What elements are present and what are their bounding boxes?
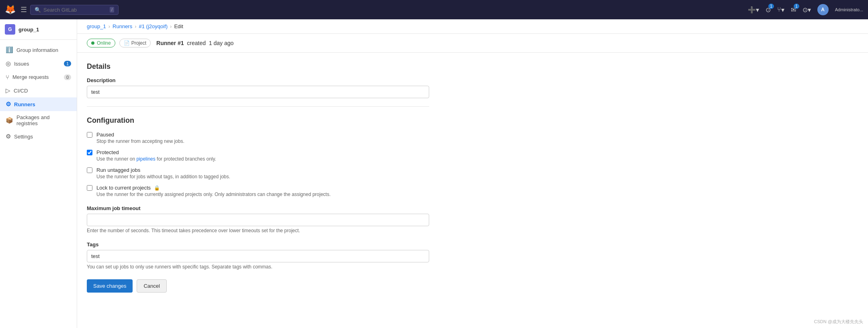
issues-icon: ◎	[6, 60, 11, 67]
issues-nav-button[interactable]: ⊙ 1	[766, 6, 771, 14]
sidebar-item-runners[interactable]: ⚙ Runners	[0, 97, 77, 111]
paused-label[interactable]: Paused	[96, 132, 114, 138]
settings-icon: ⚙	[6, 133, 11, 140]
search-bar[interactable]: 🔍 /	[30, 5, 119, 15]
section-divider	[87, 106, 429, 107]
details-section-title: Details	[87, 62, 429, 71]
sidebar-item-settings[interactable]: ⚙ Settings	[0, 130, 77, 143]
sidebar-item-group-information[interactable]: ℹ️ Group information	[0, 43, 77, 57]
breadcrumb-current: Edit	[174, 23, 183, 29]
cancel-button[interactable]: Cancel	[137, 279, 166, 293]
merge-requests-icon: ⑂	[6, 74, 9, 80]
run-untagged-description: Use the runner for jobs without tags, in…	[96, 174, 429, 179]
runner-type-label: Project	[131, 40, 146, 46]
sidebar: G group_1 ℹ️ Group information ◎ Issues …	[0, 19, 77, 328]
runner-status-bar: Online 📄 Project Runner #1 created 1 day…	[77, 34, 868, 53]
activity-dropdown-icon: ▾	[808, 6, 811, 14]
config-item-run-untagged: Run untagged jobs Use the runner for job…	[87, 167, 429, 179]
sidebar-item-cicd[interactable]: ▷ CI/CD	[0, 84, 77, 97]
sidebar-item-cicd-label: CI/CD	[14, 88, 28, 94]
runner-type-icon: 📄	[124, 40, 130, 46]
action-buttons: Save changes Cancel	[87, 279, 429, 293]
runner-edit-form: Details Description Configuration Paused	[77, 53, 439, 302]
sidebar-item-issues[interactable]: ◎ Issues 1	[0, 57, 77, 70]
config-item-paused-row: Paused	[87, 131, 429, 138]
description-label: Description	[87, 77, 429, 83]
main-content: group_1 › Runners › #1 (j2oyqoif) › Edit…	[77, 19, 868, 328]
create-icon: ➕	[748, 6, 756, 14]
online-status-dot	[91, 41, 94, 45]
configuration-section: Configuration Paused Stop the runner fro…	[87, 116, 429, 293]
breadcrumb-runner-id-link[interactable]: #1 (j2oyqoif)	[139, 23, 168, 29]
activity-nav-button[interactable]: ⊙ ▾	[802, 6, 811, 14]
breadcrumb-sep-3: ›	[170, 23, 172, 29]
config-item-run-untagged-row: Run untagged jobs	[87, 167, 429, 173]
max-timeout-input[interactable]	[87, 214, 429, 226]
sidebar-item-packages-and-registries[interactable]: 📦 Packages and registries	[0, 111, 77, 130]
details-section: Details Description	[87, 62, 429, 98]
save-changes-button[interactable]: Save changes	[87, 279, 133, 293]
create-button[interactable]: ➕ ▾	[748, 6, 759, 14]
runner-time-ago: 1 day ago	[209, 40, 234, 46]
avatar[interactable]: A	[817, 4, 829, 15]
merge-requests-dropdown-icon: ▾	[781, 6, 784, 14]
top-navigation: 🦊 ☰ 🔍 / ➕ ▾ ⊙ 1 ⑂ ▾ ✉ 1 ⊙ ▾ A Administra…	[0, 0, 868, 19]
config-item-paused: Paused Stop the runner from accepting ne…	[87, 131, 429, 144]
breadcrumb-runners-link[interactable]: Runners	[113, 23, 132, 29]
gitlab-logo-icon: 🦊	[5, 4, 16, 15]
max-timeout-label: Maximum job timeout	[87, 205, 429, 211]
max-timeout-hint: Enter the number of seconds. This timeou…	[87, 228, 429, 233]
breadcrumb-group-link[interactable]: group_1	[87, 23, 106, 29]
sidebar-item-group-information-label: Group information	[16, 47, 58, 53]
lock-projects-label[interactable]: Lock to current projects 🔒	[96, 185, 160, 191]
issues-badge: 1	[64, 61, 71, 66]
create-dropdown-icon: ▾	[756, 6, 759, 14]
tags-form-group: Tags You can set up jobs to only use run…	[87, 241, 429, 270]
search-icon: 🔍	[35, 7, 41, 13]
run-untagged-label[interactable]: Run untagged jobs	[96, 167, 140, 173]
sidebar-nav: ℹ️ Group information ◎ Issues 1 ⑂ Merge …	[0, 40, 77, 146]
lock-projects-description: Use the runner for the currently assigne…	[96, 192, 429, 197]
max-timeout-form-group: Maximum job timeout Enter the number of …	[87, 205, 429, 233]
group-information-icon: ℹ️	[6, 46, 13, 54]
runner-name-bold: Runner #1	[156, 40, 184, 46]
lock-projects-checkbox[interactable]	[87, 185, 92, 191]
nav-icons: ➕ ▾ ⊙ 1 ⑂ ▾ ✉ 1 ⊙ ▾ A Administrato...	[748, 4, 863, 15]
protected-checkbox[interactable]	[87, 150, 92, 155]
configuration-section-title: Configuration	[87, 116, 429, 125]
sidebar-group-header: G group_1	[0, 19, 77, 40]
runner-type-badge: 📄 Project	[119, 39, 151, 47]
protected-label[interactable]: Protected	[96, 149, 119, 155]
runner-created-label: created	[187, 40, 206, 46]
pipelines-link[interactable]: pipelines	[136, 156, 155, 162]
sidebar-item-issues-label: Issues	[14, 61, 29, 67]
activity-icon: ⊙	[802, 6, 808, 14]
sidebar-item-merge-requests-label: Merge requests	[12, 74, 49, 80]
config-item-protected-row: Protected	[87, 149, 429, 155]
paused-checkbox[interactable]	[87, 132, 92, 138]
packages-icon: 📦	[6, 117, 13, 124]
sidebar-item-settings-label: Settings	[14, 134, 33, 140]
run-untagged-checkbox[interactable]	[87, 167, 92, 173]
inbox-badge: 1	[794, 4, 799, 9]
merge-requests-nav-button[interactable]: ⑂ ▾	[777, 6, 784, 14]
description-input[interactable]	[87, 86, 429, 98]
runner-title: Runner #1 created 1 day ago	[156, 40, 233, 46]
inbox-nav-button[interactable]: ✉ 1	[791, 6, 796, 14]
runners-icon: ⚙	[6, 101, 11, 108]
breadcrumb-sep-2: ›	[135, 23, 136, 29]
avatar-name[interactable]: Administrato...	[835, 7, 863, 12]
watermark: CSDN @成为大楼先先头	[814, 319, 863, 325]
breadcrumb-sep-1: ›	[108, 23, 110, 29]
cicd-icon: ▷	[6, 87, 10, 94]
sidebar-group-name: group_1	[18, 27, 39, 33]
config-item-lock-projects-row: Lock to current projects 🔒	[87, 184, 429, 191]
config-item-lock-projects: Lock to current projects 🔒 Use the runne…	[87, 184, 429, 197]
search-input[interactable]	[43, 7, 104, 13]
tags-input[interactable]	[87, 250, 429, 262]
hamburger-menu-icon[interactable]: ☰	[20, 5, 27, 14]
tags-hint: You can set up jobs to only use runners …	[87, 264, 429, 270]
search-slash-badge: /	[110, 7, 114, 12]
sidebar-item-merge-requests[interactable]: ⑂ Merge requests 0	[0, 70, 77, 84]
online-status-badge: Online	[87, 39, 115, 47]
